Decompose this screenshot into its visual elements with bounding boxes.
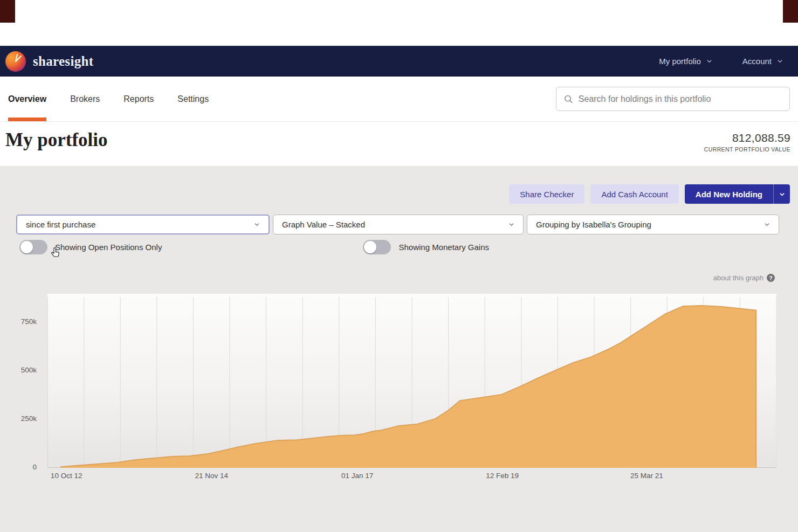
portfolio-header: My portfolio 812,088.59 CURRENT PORTFOLI… (0, 122, 798, 166)
y-axis-label: 750k (21, 317, 37, 326)
monetary-gains-toggle[interactable] (363, 240, 391, 254)
chevron-down-icon (508, 222, 514, 227)
video-artifact-corner-right (783, 0, 798, 23)
overview-content: Share Checker Add Cash Account Add New H… (0, 166, 798, 532)
portfolio-tabbar: Overview Brokers Reports Settings (0, 77, 798, 122)
holdings-search[interactable] (556, 87, 790, 111)
monetary-gains-toggle-label: Showing Monetary Gains (398, 243, 489, 252)
chevron-down-icon (254, 222, 260, 227)
chevron-down-icon (764, 222, 770, 227)
y-axis: 0250k500k750k (0, 294, 42, 468)
about-this-graph[interactable]: about this graph ? (713, 274, 775, 282)
tab-brokers[interactable]: Brokers (70, 77, 100, 121)
x-axis: 10 Oct 1221 Nov 1401 Jan 1712 Feb 1925 M… (47, 472, 776, 483)
x-axis-label: 21 Nov 14 (195, 472, 228, 480)
action-buttons: Share Checker Add Cash Account Add New H… (509, 184, 790, 204)
top-navbar: sharesight My portfolio Account (0, 46, 798, 77)
open-positions-toggle-label: Showing Open Positions Only (55, 243, 162, 252)
portfolio-menu[interactable]: My portfolio (659, 57, 712, 66)
tab-reports[interactable]: Reports (123, 77, 154, 121)
y-axis-label: 250k (21, 414, 37, 423)
sharesight-logo-icon[interactable] (5, 51, 26, 72)
share-checker-button[interactable]: Share Checker (509, 184, 584, 204)
add-new-holding-button[interactable]: Add New Holding (685, 184, 790, 204)
portfolio-value-chart[interactable] (47, 294, 776, 468)
tab-settings[interactable]: Settings (177, 77, 209, 121)
video-artifact-corner-left (0, 0, 15, 23)
brand-wordmark: sharesight (33, 54, 93, 69)
help-icon[interactable]: ? (767, 274, 775, 282)
graph-type-select[interactable]: Graph Value – Stacked (273, 215, 524, 234)
date-range-select[interactable]: since first purchase (16, 215, 270, 234)
y-axis-label: 0 (32, 463, 37, 471)
current-portfolio-value: 812,088.59 (704, 132, 790, 144)
sharesight-portfolio-page: sharesight My portfolio Account Overview… (0, 0, 798, 532)
account-menu[interactable]: Account (742, 57, 783, 66)
open-positions-toggle[interactable] (19, 240, 47, 254)
search-input[interactable] (579, 94, 782, 104)
x-axis-label: 25 Mar 21 (630, 472, 663, 480)
x-axis-label: 12 Feb 19 (486, 472, 519, 480)
add-new-holding-dropdown[interactable] (773, 184, 790, 204)
x-axis-label: 10 Oct 12 (51, 472, 82, 480)
y-axis-label: 500k (21, 366, 37, 374)
add-cash-account-button[interactable]: Add Cash Account (590, 184, 678, 204)
chevron-down-icon (706, 58, 712, 64)
toggle-row: Showing Open Positions Only Showing Mone… (19, 240, 489, 254)
graph-filter-row: since first purchase Graph Value – Stack… (16, 215, 779, 234)
grouping-select[interactable]: Grouping by Isabella's Grouping (527, 215, 779, 234)
portfolio-value-caption: CURRENT PORTFOLIO VALUE (704, 146, 790, 153)
x-axis-label: 01 Jan 17 (341, 472, 373, 480)
search-icon (564, 94, 573, 104)
page-title: My portfolio (5, 129, 108, 151)
chevron-down-icon (779, 191, 785, 197)
chevron-down-icon (777, 58, 783, 64)
tab-overview[interactable]: Overview (8, 77, 46, 121)
